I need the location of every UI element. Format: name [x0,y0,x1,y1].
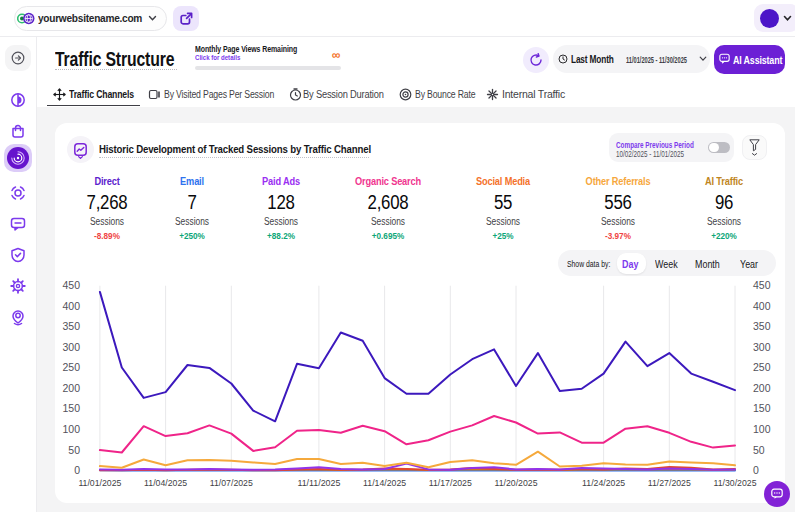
svg-text:100: 100 [62,423,80,435]
svg-text:100: 100 [753,423,771,435]
svg-text:11/01/2025: 11/01/2025 [78,477,121,488]
svg-text:350: 350 [753,320,771,332]
svg-text:11/17/2025: 11/17/2025 [429,477,472,488]
svg-text:250: 250 [753,361,771,373]
svg-text:11/11/2025: 11/11/2025 [297,477,340,488]
svg-text:11/27/2025: 11/27/2025 [648,477,691,488]
svg-text:250: 250 [62,361,80,373]
svg-text:450: 450 [62,279,80,291]
svg-text:11/07/2025: 11/07/2025 [210,477,253,488]
svg-text:400: 400 [753,300,771,312]
svg-text:200: 200 [62,382,80,394]
svg-text:300: 300 [62,341,80,353]
svg-text:350: 350 [62,320,80,332]
svg-text:150: 150 [62,402,80,414]
svg-text:11/20/2025: 11/20/2025 [495,477,538,488]
svg-text:50: 50 [753,444,765,456]
svg-text:450: 450 [753,279,771,291]
svg-text:200: 200 [753,382,771,394]
svg-text:11/04/2025: 11/04/2025 [144,477,187,488]
svg-text:50: 50 [68,444,80,456]
svg-text:11/24/2025: 11/24/2025 [582,477,625,488]
svg-text:0: 0 [74,464,80,476]
svg-text:11/30/2025: 11/30/2025 [714,477,757,488]
svg-text:300: 300 [753,341,771,353]
svg-text:150: 150 [753,402,771,414]
svg-text:400: 400 [62,300,80,312]
svg-text:11/14/2025: 11/14/2025 [363,477,406,488]
svg-text:0: 0 [753,464,759,476]
